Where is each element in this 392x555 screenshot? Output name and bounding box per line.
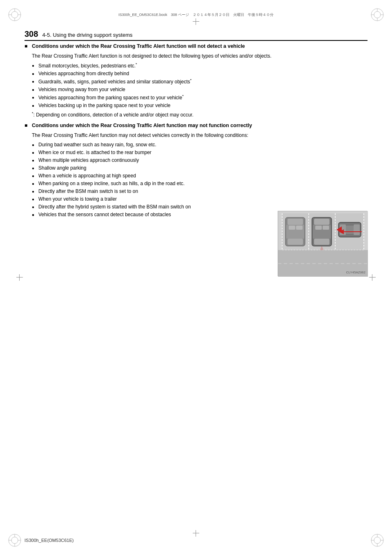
svg-point-19 bbox=[374, 537, 381, 544]
section-2: Conditions under which the Rear Crossing… bbox=[24, 122, 368, 278]
section-1-body: The Rear Crossing Traffic Alert function… bbox=[24, 52, 368, 60]
parking-diagram: CLY45AZ062 bbox=[278, 211, 368, 276]
ego-vehicle bbox=[312, 217, 332, 246]
section-1-footnote: *: Depending on conditions, detection of… bbox=[24, 111, 368, 119]
svg-point-7 bbox=[374, 11, 381, 18]
list-item: Vehicles backing up in the parking space… bbox=[32, 102, 368, 109]
list-item: Directly after the BSM main switch is se… bbox=[32, 188, 368, 195]
file-info: IS300h_EE_OM53C61E.book 308 ページ ２０１４年５月２… bbox=[118, 13, 274, 17]
diagram-label: CLY45AZ062 bbox=[346, 270, 365, 275]
page-footer: IS300h_EE(OM53C61E) bbox=[24, 538, 74, 543]
list-item: Vehicles moving away from your vehicle bbox=[32, 86, 368, 93]
section-2-heading: Conditions under which the Rear Crossing… bbox=[24, 122, 368, 130]
svg-rect-40 bbox=[314, 239, 330, 245]
list-item: Vehicles approaching from directly behin… bbox=[32, 70, 368, 77]
svg-rect-39 bbox=[314, 219, 330, 225]
page-title: 4-5. Using the driving support systems bbox=[42, 32, 132, 38]
section-1-bullets: Small motorcycles, bicycles, pedestrians… bbox=[24, 62, 368, 109]
parked-car-left bbox=[285, 217, 305, 246]
section-2-body: The Rear Crossing Traffic Alert function… bbox=[24, 132, 368, 139]
section-1-heading: Conditions under which the Rear Crossing… bbox=[24, 43, 368, 50]
svg-rect-43 bbox=[323, 226, 329, 230]
svg-point-1 bbox=[11, 11, 18, 18]
list-item: During bad weather such as heavy rain, f… bbox=[32, 141, 368, 148]
svg-rect-36 bbox=[289, 226, 295, 230]
corner-decoration-br bbox=[370, 533, 385, 548]
approaching-vehicle bbox=[336, 222, 361, 237]
cross-mark-top bbox=[193, 18, 199, 25]
content-area: Conditions under which the Rear Crossing… bbox=[24, 43, 368, 522]
svg-rect-46 bbox=[354, 224, 360, 235]
cross-mark-bottom bbox=[193, 530, 199, 537]
svg-rect-47 bbox=[346, 226, 354, 234]
svg-rect-37 bbox=[296, 226, 303, 230]
corner-decoration-tl bbox=[7, 7, 22, 22]
list-item: When parking on a steep incline, such as… bbox=[32, 180, 368, 187]
svg-rect-33 bbox=[287, 219, 303, 225]
list-item: Directly after the hybrid system is star… bbox=[32, 203, 368, 210]
svg-rect-34 bbox=[287, 239, 303, 245]
parking-diagram-svg bbox=[278, 211, 368, 277]
list-item: Shallow angle parking bbox=[32, 164, 368, 172]
svg-rect-42 bbox=[315, 226, 322, 230]
page-container: IS300h_EE_OM53C61E.book 308 ページ ２０１４年５月２… bbox=[0, 0, 392, 555]
list-item: When your vehicle is towing a trailer bbox=[32, 195, 368, 203]
header-meta: IS300h_EE_OM53C61E.book 308 ページ ２０１４年５月２… bbox=[33, 12, 359, 18]
page-header: 308 4-5. Using the driving support syste… bbox=[24, 29, 368, 41]
footer-text: IS300h_EE(OM53C61E) bbox=[24, 538, 74, 543]
page-number: 308 bbox=[24, 29, 38, 39]
list-item: When ice or mud etc. is attached to the … bbox=[32, 149, 368, 156]
list-item: When a vehicle is approaching at high sp… bbox=[32, 172, 368, 179]
section-2-bullets: During bad weather such as heavy rain, f… bbox=[24, 141, 368, 277]
list-item: Guardrails, walls, signs, parked vehicle… bbox=[32, 78, 368, 85]
cross-mark-right bbox=[369, 274, 376, 281]
list-item: Vehicles approaching from the parking sp… bbox=[32, 94, 368, 101]
corner-decoration-tr bbox=[370, 7, 385, 22]
list-item: ● Vehicles that the sensors cannot detec… bbox=[32, 211, 368, 276]
corner-decoration-bl bbox=[7, 533, 22, 548]
cross-mark-left bbox=[16, 274, 23, 281]
diagram-area: During bad weather such as heavy rain, f… bbox=[24, 141, 368, 278]
list-item: When multiple vehicles approach continuo… bbox=[32, 157, 368, 164]
svg-point-13 bbox=[11, 537, 18, 544]
list-item: Small motorcycles, bicycles, pedestrians… bbox=[32, 62, 368, 69]
section-1: Conditions under which the Rear Crossing… bbox=[24, 43, 368, 118]
